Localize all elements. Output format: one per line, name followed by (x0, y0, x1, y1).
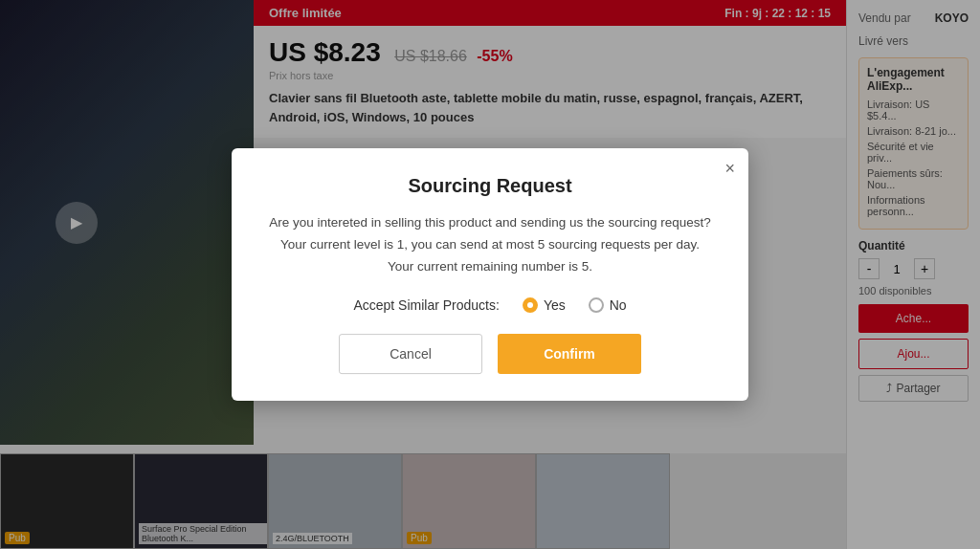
accept-label: Accept Similar Products: (353, 297, 500, 313)
option-yes[interactable]: Yes (523, 297, 566, 313)
radio-no-icon (589, 297, 604, 313)
option-no-label: No (610, 297, 627, 313)
modal-buttons: Cancel Confirm (266, 334, 714, 374)
confirm-button[interactable]: Confirm (498, 334, 641, 374)
option-no[interactable]: No (589, 297, 627, 313)
option-yes-label: Yes (544, 297, 566, 313)
modal-options: Accept Similar Products: Yes No (266, 297, 714, 313)
modal-body-line2: Your current level is 1, you can send at… (266, 234, 714, 256)
sourcing-request-modal: × Sourcing Request Are you intereted in … (232, 148, 748, 401)
modal-body: Are you intereted in selling this produc… (266, 212, 714, 278)
modal-title: Sourcing Request (266, 175, 714, 197)
cancel-button[interactable]: Cancel (339, 334, 482, 374)
modal-close-button[interactable]: × (724, 160, 735, 177)
radio-yes-icon (523, 297, 538, 313)
modal-body-line1: Are you intereted in selling this produc… (266, 212, 714, 234)
modal-body-line3: Your current remaining number is 5. (266, 256, 714, 278)
